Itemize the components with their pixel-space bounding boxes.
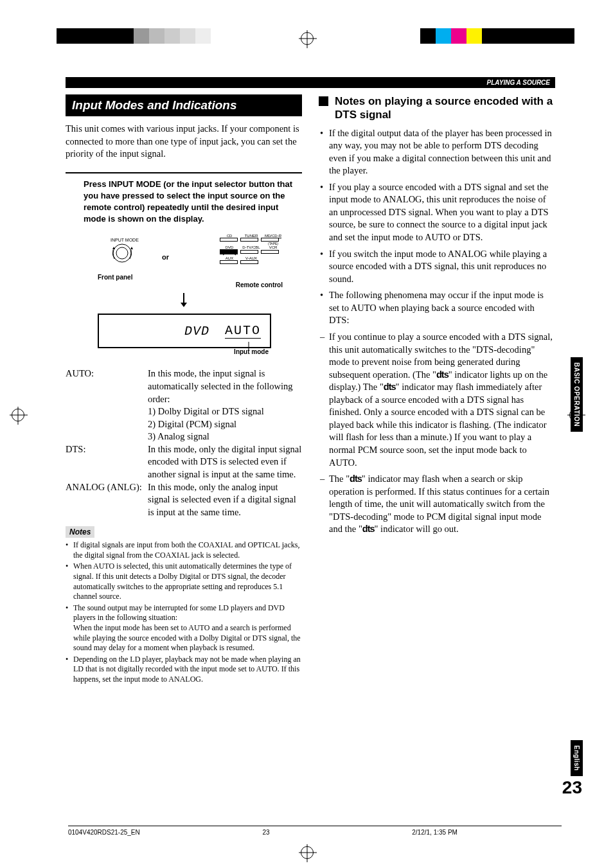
analog-def: In this mode, only the analog input sign… <box>148 481 302 519</box>
dts-logo-icon: dts <box>384 382 396 392</box>
right-heading-text: Notes on playing a source encoded with a… <box>335 94 555 122</box>
dts-def: In this mode, only the digital input sig… <box>148 443 302 481</box>
bullet-item: If you switch the input mode to ANALOG w… <box>329 248 555 286</box>
auto-term: AUTO: <box>66 368 148 443</box>
section-title: Input Modes and Indications <box>66 94 302 116</box>
note-item: If digital signals are input from both t… <box>73 540 302 560</box>
page-number: 23 <box>562 777 582 798</box>
dts-logo-icon: dts <box>362 524 375 534</box>
footer-timestamp: 2/12/1, 1:35 PM <box>412 829 562 836</box>
analog-term: ANALOG (ANLG): <box>66 481 148 519</box>
or-label: or <box>162 253 169 261</box>
svg-point-1 <box>116 247 128 259</box>
remote-dvd-button-icon <box>220 249 238 254</box>
mode-definitions: AUTO: In this mode, the input signal is … <box>66 368 302 518</box>
arrow-down-icon <box>66 293 302 310</box>
color-bars-right <box>420 28 574 44</box>
right-heading: Notes on playing a source encoded with a… <box>319 94 555 122</box>
instruction-block: Press INPUT MODE (or the input selector … <box>66 172 302 363</box>
dts-term: DTS: <box>66 443 148 481</box>
intro-paragraph: This unit comes with various input jacks… <box>66 123 302 161</box>
footer-page: 23 <box>263 829 413 836</box>
side-tabs: BASIC OPERATION English <box>571 357 585 776</box>
remote-button-grid: CD TUNER MD/CD-R (TAPE) DVD D-TV/CBL VCR <box>220 234 283 264</box>
remote-control-label: Remote control <box>236 281 283 288</box>
footer-filename: 0104V420RDS21-25_EN <box>68 829 263 836</box>
diagram-area: INPUT MODE or <box>66 234 302 362</box>
remote-label-vcr: VCR <box>263 245 283 249</box>
dts-logo-icon: dts <box>350 474 362 484</box>
color-bars-left <box>57 28 211 44</box>
page-content: PLAYING A SOURCE Input Modes and Indicat… <box>66 77 555 686</box>
bullet-item: If you play a source encoded with a DTS … <box>329 181 555 244</box>
svg-point-0 <box>113 244 131 262</box>
auto-opt-2: 2) Digital (PCM) signal <box>148 419 236 429</box>
input-mode-knob-icon <box>111 242 134 264</box>
tab-basic-operation: BASIC OPERATION <box>571 357 583 432</box>
remote-label-dtvcbl: D-TV/CBL <box>242 245 261 249</box>
tab-language: English <box>571 740 583 776</box>
registration-mark-left <box>12 409 24 421</box>
dash-item: The "dts" indicator may flash when a sea… <box>329 473 555 536</box>
notes-list: If digital signals are input from both t… <box>66 540 302 684</box>
print-marks <box>0 0 613 58</box>
left-column: Input Modes and Indications This unit co… <box>66 94 302 686</box>
registration-mark-top <box>301 32 314 45</box>
display-source: DVD <box>184 324 209 339</box>
display-panel: DVD AUTO <box>98 314 271 348</box>
bullet-item: If the digital output data of the player… <box>329 127 555 177</box>
running-header: PLAYING A SOURCE <box>66 77 555 88</box>
note-item: The sound output may be interrupted for … <box>73 603 302 653</box>
dash-item: If you continue to play a source encoded… <box>329 331 555 469</box>
input-mode-caption: Input mode <box>234 348 269 355</box>
note-item: When AUTO is selected, this unit automat… <box>73 562 302 601</box>
auto-opt-3: 3) Analog signal <box>148 431 209 441</box>
notes-header: Notes <box>66 526 94 538</box>
right-bullet-list: If the digital output data of the player… <box>319 127 555 536</box>
bullet-item: The following phenomena may occur if the… <box>329 289 555 327</box>
auto-opt-1: 1) Dolby Digital or DTS signal <box>148 406 264 416</box>
square-bullet-icon <box>319 96 328 106</box>
dts-logo-icon: dts <box>436 369 449 380</box>
svg-marker-5 <box>181 303 187 307</box>
note-item: Depending on the LD player, playback may… <box>73 655 302 685</box>
front-panel-label: Front panel <box>98 274 132 281</box>
footer: 0104V420RDS21-25_EN 23 2/12/1, 1:35 PM <box>68 826 562 836</box>
input-mode-small-label: INPUT MODE <box>111 238 139 242</box>
svg-marker-3 <box>130 247 133 249</box>
registration-mark-bottom <box>301 846 314 859</box>
display-mode: AUTO <box>225 323 261 339</box>
right-column: Notes on playing a source encoded with a… <box>319 94 555 686</box>
auto-def: In this mode, the input signal is automa… <box>148 368 293 403</box>
instruction-text: Press INPUT MODE (or the input selector … <box>66 179 302 226</box>
caption-line-icon <box>248 342 249 350</box>
